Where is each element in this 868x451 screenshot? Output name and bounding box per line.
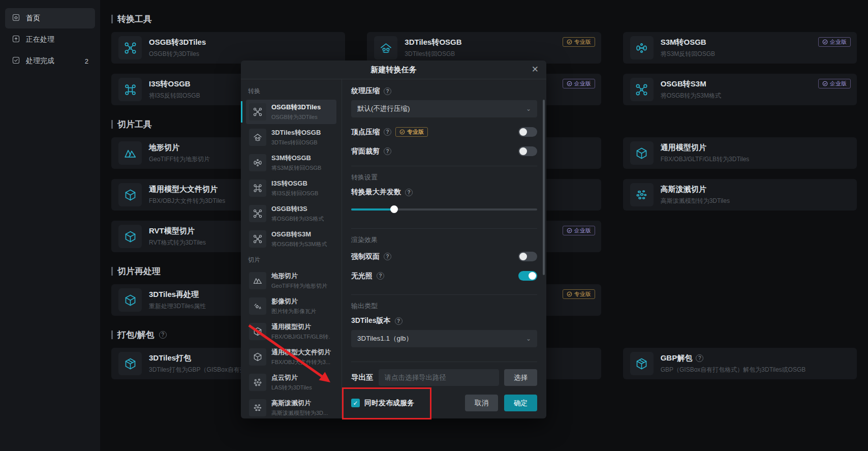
conversion-type-item[interactable]: OSGB转I3S 将OSGB转为I3S格式 [246,201,336,226]
package-icon [630,352,654,375]
conversion-type-title: 通用模型大文件切片 [271,348,331,357]
tool-card-subtitle: FBX/OBJ大文件转为3DTiles [149,197,225,205]
tool-card[interactable]: 高斯泼溅切片 ? 高斯泼溅模型转为3DTiles [623,179,857,211]
cube-icon [249,323,266,340]
sidebar-nav: 首页 正在处理 处理完成 2 [0,8,100,71]
tool-card-title: 3DTiles再处理 [149,290,199,299]
cmd-icon [123,83,137,97]
conversion-type-item[interactable]: 高斯泼溅切片 高斯泼溅模型转为3D... [246,396,336,418]
output-type-group-label: 输出类型 [351,302,537,311]
tool-card-title: S3M转OSGB [661,38,706,47]
package-icon [123,357,137,371]
cube-icon [123,188,137,202]
render-effects-group-label: 渲染效果 [351,235,537,245]
tool-card-title: OSGB转3DTiles [149,38,206,47]
conversion-type-item[interactable]: I3S转OSGB 将I3S反转回OSGB [246,176,336,200]
divider [351,228,537,229]
backface-culling-toggle[interactable] [518,146,537,156]
cancel-button[interactable]: 取消 [465,395,498,411]
section-title: 转换工具 [117,13,152,25]
mountain-icon [118,141,142,165]
cmd-icon [118,78,142,101]
help-icon[interactable]: ? [384,128,391,136]
tier-badge: 专业版 [395,127,428,137]
close-icon[interactable]: ✕ [532,64,539,75]
drone-icon [249,230,266,248]
tool-card[interactable]: OSGB转S3M ? 将OSGB转为S3M格式 企业版 [623,74,857,105]
splat-icon [635,188,648,202]
tool-card[interactable]: 通用模型切片 ? FBX/OBJ/GLTF/GLB转为3DTiles [623,137,857,169]
conversion-type-item[interactable]: OSGB转S3M 将OSGB转为S3M格式 [246,227,336,251]
sidebar-item-done[interactable]: 处理完成 2 [5,51,95,71]
tool-card-title: 3DTiles打包 [149,353,191,363]
drone-icon [253,107,263,117]
vertex-compression-toggle[interactable] [518,127,537,137]
texture-compression-select[interactable]: 默认(不进行压缩) ⌄ [351,100,537,117]
tier-badge: 专业版 [563,289,595,299]
tier-badge-label: 企业版 [830,39,847,45]
tool-card-subtitle: OSGB转为3DTiles [149,50,206,58]
tool-card-title: RVT模型切片 [149,226,195,236]
force-double-sided-label: 强制双面 [351,252,380,261]
list-group-label: 切片 [248,256,336,264]
tool-card[interactable]: S3M转OSGB ? 将S3M反转回OSGB 企业版 [623,32,857,64]
tool-card-title: 地形切片 [149,143,179,153]
conversion-type-subtitle: GeoTIFF转为地形切片 [271,282,327,290]
section-accent-bar [111,15,113,23]
conversion-type-item[interactable]: S3M转OSGB 将S3M反转回OSGB [246,151,336,175]
cube-icon [123,293,137,307]
conversion-type-title: I3S转OSGB [271,179,318,188]
conversion-type-item[interactable]: 影像切片 图片转为影像瓦片 [246,294,336,318]
divider [351,294,537,295]
help-icon[interactable]: ? [395,317,402,325]
conversion-type-item[interactable]: 通用模型切片 FBX/OBJ/GLTF/GLB转... [246,319,336,344]
slider-knob[interactable] [390,205,398,213]
cube-icon [123,230,137,244]
cube-icon [118,225,142,248]
sidebar-item-processing[interactable]: 正在处理 [5,29,95,50]
help-icon[interactable]: ? [384,253,391,260]
help-icon[interactable]: ? [384,147,391,155]
tool-card-subtitle: FBX/OBJ/GLTF/GLB转为3DTiles [661,155,750,164]
tiles-version-select[interactable]: 3DTiles1.1（glb） ⌄ [351,330,537,347]
conversion-type-item[interactable]: 点云切片 LAS转为3DTiles [246,370,336,395]
drone-icon [249,205,266,222]
house-icon [249,129,266,146]
section-help-icon[interactable]: ? [159,331,167,339]
max-concurrency-slider[interactable] [351,205,537,213]
empty-cell [623,221,857,252]
splat-icon [249,399,266,416]
tier-badge-label: 企业版 [574,80,591,87]
conversion-type-item[interactable]: 通用模型大文件切片 FBX/OBJ大文件转为3... [246,345,336,369]
publish-service-label: 同时发布成服务 [364,399,414,408]
conversion-type-item[interactable]: 地形切片 GeoTIFF转为地形切片 [246,268,336,293]
help-icon[interactable]: ? [384,87,391,95]
tool-card[interactable]: GBP解包 ? GBP（GISBox自有打包格式）解包为3DTiles或OSGB [623,348,857,379]
publish-service-checkbox[interactable]: ✓ [351,399,360,407]
scrollbar-thumb[interactable] [543,100,545,275]
confirm-button[interactable]: 确定 [504,395,537,411]
conversion-type-subtitle: 将S3M反转回OSGB [271,164,321,172]
sidebar-item-home[interactable]: 首页 [5,8,95,28]
tier-badge: 企业版 [818,37,851,47]
force-double-sided-toggle[interactable] [518,252,537,261]
conversion-type-title: OSGB转3DTiles [271,103,321,112]
tool-card[interactable]: OSGB转3DTiles ? OSGB转为3DTiles [111,32,345,64]
mountain-icon [249,272,266,289]
tool-card-title: 通用模型大文件切片 [149,185,218,194]
tool-card[interactable]: 3DTiles转OSGB ? 3DTiles转回OSGB 专业版 [367,32,601,64]
sidebar-item-count: 2 [85,57,88,65]
help-icon[interactable]: ? [377,272,384,280]
help-icon[interactable]: ? [696,354,703,362]
conversion-type-item[interactable]: 3DTiles转OSGB 3DTiles转回OSGB [246,125,336,149]
conversion-type-item[interactable]: OSGB转3DTiles OSGB转为3DTiles [246,100,336,124]
conversion-type-title: OSGB转I3S [271,204,324,214]
choose-path-button[interactable]: 选择 [504,369,537,386]
tier-badge: 专业版 [563,37,595,47]
conversion-type-subtitle: 将I3S反转回OSGB [271,190,318,197]
tool-card-title: 通用模型切片 [661,143,706,153]
help-icon[interactable]: ? [405,189,413,196]
tool-card-title: 3DTiles转OSGB [405,38,461,47]
export-path-input[interactable] [379,369,500,386]
unlit-toggle[interactable] [518,271,537,281]
